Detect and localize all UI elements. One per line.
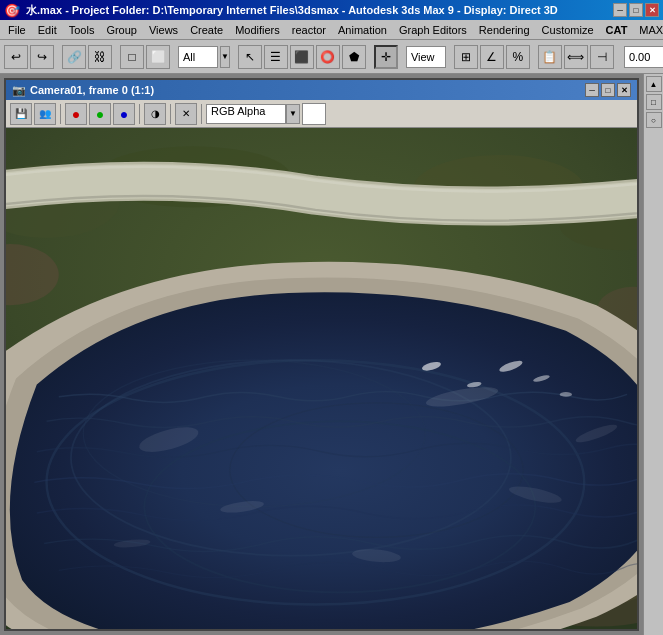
menu-modifiers[interactable]: Modifiers bbox=[229, 22, 286, 38]
selection-set-dropdown[interactable]: All bbox=[178, 46, 218, 68]
menu-tools[interactable]: Tools bbox=[63, 22, 101, 38]
vp-separator-2 bbox=[139, 104, 140, 124]
snap-3d-button[interactable]: ⊞ bbox=[454, 45, 478, 69]
undo-button[interactable]: ↩ bbox=[4, 45, 28, 69]
snap-angle-button[interactable]: ∠ bbox=[480, 45, 504, 69]
menu-views[interactable]: Views bbox=[143, 22, 184, 38]
menu-animation[interactable]: Animation bbox=[332, 22, 393, 38]
menu-cat[interactable]: CAT bbox=[600, 22, 634, 38]
vp-contrast-button[interactable]: ◑ bbox=[144, 103, 166, 125]
vp-separator-3 bbox=[170, 104, 171, 124]
select-region-fence-button[interactable]: ⬟ bbox=[342, 45, 366, 69]
main-layout: 📷 Camera01, frame 0 (1:1) ─ □ ✕ 💾 👥 ● ● … bbox=[0, 74, 663, 635]
menu-reactor[interactable]: reactor bbox=[286, 22, 332, 38]
viewport-window-controls: ─ □ ✕ bbox=[585, 83, 631, 97]
menu-rendering[interactable]: Rendering bbox=[473, 22, 536, 38]
vp-red-dot[interactable]: ● bbox=[65, 103, 87, 125]
select-link-button[interactable]: 🔗 bbox=[62, 45, 86, 69]
title-bar: 🎯 水.max - Project Folder: D:\Temporary I… bbox=[0, 0, 663, 20]
menu-customize[interactable]: Customize bbox=[536, 22, 600, 38]
channel-dropdown-field[interactable]: RGB Alpha bbox=[206, 104, 286, 124]
mirror-button[interactable]: ⟺ bbox=[564, 45, 588, 69]
selection-set-arrow[interactable]: ▼ bbox=[220, 46, 230, 68]
vp-separator-4 bbox=[201, 104, 202, 124]
redo-button[interactable]: ↪ bbox=[30, 45, 54, 69]
menu-create[interactable]: Create bbox=[184, 22, 229, 38]
channel-select: RGB Alpha ▼ bbox=[206, 104, 300, 124]
viewport-toolbar: 💾 👥 ● ● ● ◑ ✕ RGB Alpha ▼ bbox=[6, 100, 637, 128]
selection-set-value: All bbox=[183, 51, 195, 63]
viewport-titlebar: 📷 Camera01, frame 0 (1:1) ─ □ ✕ bbox=[6, 80, 637, 100]
move-button[interactable]: ✛ bbox=[374, 45, 398, 69]
snap-percent-button[interactable]: % bbox=[506, 45, 530, 69]
close-button[interactable]: ✕ bbox=[645, 3, 659, 17]
align-button[interactable]: ⊣ bbox=[590, 45, 614, 69]
color-swatch[interactable] bbox=[302, 103, 326, 125]
unlink-button[interactable]: ⛓ bbox=[88, 45, 112, 69]
view-dropdown[interactable]: View bbox=[406, 46, 446, 68]
viewport-window: 📷 Camera01, frame 0 (1:1) ─ □ ✕ 💾 👥 ● ● … bbox=[4, 78, 639, 631]
vp-green-dot[interactable]: ● bbox=[89, 103, 111, 125]
maximize-button[interactable]: □ bbox=[629, 3, 643, 17]
select-region-button[interactable]: ⬜ bbox=[146, 45, 170, 69]
viewport-canvas[interactable] bbox=[6, 128, 637, 629]
vp-separator-1 bbox=[60, 104, 61, 124]
main-toolbar: ↩ ↪ 🔗 ⛓ □ ⬜ All ▼ ↖ ☰ ⬛ ⭕ ⬟ ✛ View ⊞ ∠ %… bbox=[0, 40, 663, 74]
vp-close-button-2[interactable]: ✕ bbox=[175, 103, 197, 125]
viewport-area: 📷 Camera01, frame 0 (1:1) ─ □ ✕ 💾 👥 ● ● … bbox=[0, 74, 643, 635]
right-sidebar: ▲ □ ○ bbox=[643, 74, 663, 635]
vp-close-button[interactable]: ✕ bbox=[617, 83, 631, 97]
window-title: 水.max - Project Folder: D:\Temporary Int… bbox=[26, 3, 613, 18]
menu-maxscript[interactable]: MAXScript bbox=[633, 22, 663, 38]
vp-blue-dot[interactable]: ● bbox=[113, 103, 135, 125]
sidebar-btn-3[interactable]: ○ bbox=[646, 112, 662, 128]
channel-value: RGB Alpha bbox=[211, 105, 265, 117]
minimize-button[interactable]: ─ bbox=[613, 3, 627, 17]
menu-group[interactable]: Group bbox=[100, 22, 143, 38]
channel-dropdown-arrow[interactable]: ▼ bbox=[286, 104, 300, 124]
percent-input[interactable] bbox=[624, 46, 663, 68]
sidebar-btn-2[interactable]: □ bbox=[646, 94, 662, 110]
sidebar-btn-1[interactable]: ▲ bbox=[646, 76, 662, 92]
select-region-circle-button[interactable]: ⭕ bbox=[316, 45, 340, 69]
select-region-rect-button[interactable]: ⬛ bbox=[290, 45, 314, 69]
viewport-title: Camera01, frame 0 (1:1) bbox=[30, 84, 154, 96]
menu-file[interactable]: File bbox=[2, 22, 32, 38]
menu-graph-editors[interactable]: Graph Editors bbox=[393, 22, 473, 38]
vp-people-button[interactable]: 👥 bbox=[34, 103, 56, 125]
scene-svg bbox=[6, 128, 637, 629]
app-icon: 🎯 bbox=[4, 3, 20, 18]
select-button[interactable]: □ bbox=[120, 45, 144, 69]
svg-point-32 bbox=[560, 392, 572, 397]
menu-bar: File Edit Tools Group Views Create Modif… bbox=[0, 20, 663, 40]
camera-icon: 📷 bbox=[12, 84, 26, 97]
select-tool-button[interactable]: ↖ bbox=[238, 45, 262, 69]
vp-maximize-button[interactable]: □ bbox=[601, 83, 615, 97]
menu-edit[interactable]: Edit bbox=[32, 22, 63, 38]
select-name-button[interactable]: ☰ bbox=[264, 45, 288, 69]
view-value: View bbox=[411, 51, 435, 63]
window-controls: ─ □ ✕ bbox=[613, 3, 659, 17]
named-sel-button[interactable]: 📋 bbox=[538, 45, 562, 69]
vp-minimize-button[interactable]: ─ bbox=[585, 83, 599, 97]
vp-save-button[interactable]: 💾 bbox=[10, 103, 32, 125]
